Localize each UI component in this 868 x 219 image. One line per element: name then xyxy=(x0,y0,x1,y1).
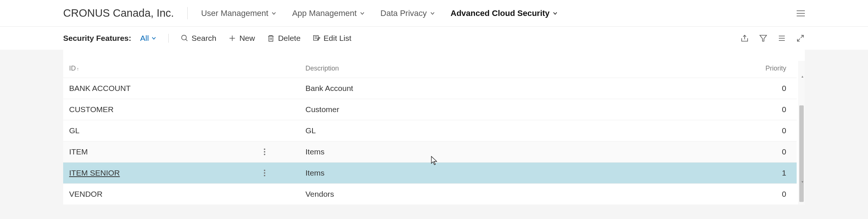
chevron-down-icon xyxy=(430,11,435,16)
table-row[interactable]: ITEMItems0 xyxy=(63,141,797,163)
table-row[interactable]: ITEM SENIORItems1 xyxy=(63,163,797,184)
row-actions-menu[interactable] xyxy=(262,146,268,157)
action-label: Search xyxy=(192,34,217,43)
column-label: ID xyxy=(69,65,76,72)
expand-icon[interactable] xyxy=(796,34,805,43)
trash-icon xyxy=(267,34,275,42)
svg-line-15 xyxy=(797,39,800,41)
filter-value: All xyxy=(140,34,149,43)
svg-marker-10 xyxy=(760,35,767,41)
svg-line-14 xyxy=(801,35,803,38)
sort-asc-icon: ↑ xyxy=(77,66,79,72)
filter-icon[interactable] xyxy=(759,34,768,43)
nav-advanced-cloud-security[interactable]: Advanced Cloud Security xyxy=(451,9,558,18)
table-row[interactable]: VENDORVendors0 xyxy=(63,184,797,205)
cell-priority: 0 xyxy=(782,190,786,198)
row-actions-menu[interactable] xyxy=(262,167,268,179)
list-view-icon[interactable] xyxy=(777,34,786,43)
table-row[interactable]: BANK ACCOUNTBank Account0 xyxy=(63,78,797,99)
column-header-id[interactable]: ID↑ xyxy=(63,61,301,78)
cell-id[interactable]: VENDOR xyxy=(69,190,103,198)
edit-list-icon xyxy=(312,34,321,42)
edit-list-button[interactable]: Edit List xyxy=(312,34,352,43)
security-features-table: ID↑ Description Priority BANK ACCOUNTBan… xyxy=(63,61,797,205)
action-label: Delete xyxy=(278,34,301,43)
cell-priority: 0 xyxy=(782,84,786,92)
cell-description: Items xyxy=(305,169,324,177)
nav-label: Advanced Cloud Security xyxy=(451,9,550,18)
cell-description: Vendors xyxy=(305,190,334,198)
cell-id[interactable]: CUSTOMER xyxy=(69,105,114,114)
scrollbar-thumb[interactable] xyxy=(799,105,804,202)
nav-app-management[interactable]: App Management xyxy=(292,9,365,18)
more-menu-button[interactable] xyxy=(797,10,805,16)
cell-description: Bank Account xyxy=(305,84,353,92)
column-header-priority[interactable]: Priority xyxy=(745,61,797,78)
chevron-down-icon xyxy=(553,11,558,16)
nav-menu: User Management App Management Data Priv… xyxy=(201,9,782,18)
chevron-down-icon xyxy=(271,11,276,16)
cell-priority: 0 xyxy=(782,105,786,114)
search-icon xyxy=(181,34,189,42)
cell-id[interactable]: GL xyxy=(69,126,80,135)
plus-icon xyxy=(228,34,236,42)
table-row[interactable]: CUSTOMERCustomer0 xyxy=(63,99,797,120)
svg-line-1 xyxy=(185,39,187,41)
nav-label: Data Privacy xyxy=(380,9,427,18)
delete-button[interactable]: Delete xyxy=(267,34,301,43)
action-label: New xyxy=(239,34,255,43)
chevron-down-icon xyxy=(151,36,156,41)
nav-user-management[interactable]: User Management xyxy=(201,9,276,18)
cell-priority: 0 xyxy=(782,147,786,156)
table-row[interactable]: GLGL0 xyxy=(63,120,797,141)
scroll-down-arrow[interactable]: ▾ xyxy=(801,180,803,184)
view-filter-dropdown[interactable]: All xyxy=(140,34,168,43)
nav-label: App Management xyxy=(292,9,357,18)
cell-id[interactable]: ITEM SENIOR xyxy=(69,169,120,177)
share-icon[interactable] xyxy=(740,34,749,43)
cell-description: Customer xyxy=(305,105,339,114)
cell-id[interactable]: ITEM xyxy=(69,147,88,156)
search-button[interactable]: Search xyxy=(181,34,217,43)
data-panel: ▴ ▾ ID↑ Description Priority xyxy=(63,50,805,205)
company-name[interactable]: CRONUS Canada, Inc. xyxy=(63,7,188,19)
column-label: Priority xyxy=(765,65,786,72)
cell-id[interactable]: BANK ACCOUNT xyxy=(69,84,131,92)
chevron-down-icon xyxy=(360,11,365,16)
cell-priority: 0 xyxy=(782,126,786,135)
scrollbar[interactable]: ▴ ▾ xyxy=(798,61,805,205)
column-label: Description xyxy=(305,65,339,72)
action-label: Edit List xyxy=(324,34,352,43)
cell-priority: 1 xyxy=(782,169,786,177)
new-button[interactable]: New xyxy=(228,34,255,43)
scroll-up-arrow[interactable]: ▴ xyxy=(801,74,803,78)
nav-data-privacy[interactable]: Data Privacy xyxy=(380,9,435,18)
list-label: Security Features: xyxy=(63,34,131,43)
cell-description: Items xyxy=(305,147,324,156)
column-header-description[interactable]: Description xyxy=(301,61,745,78)
svg-point-0 xyxy=(181,35,186,40)
nav-label: User Management xyxy=(201,9,268,18)
cell-description: GL xyxy=(305,126,316,135)
